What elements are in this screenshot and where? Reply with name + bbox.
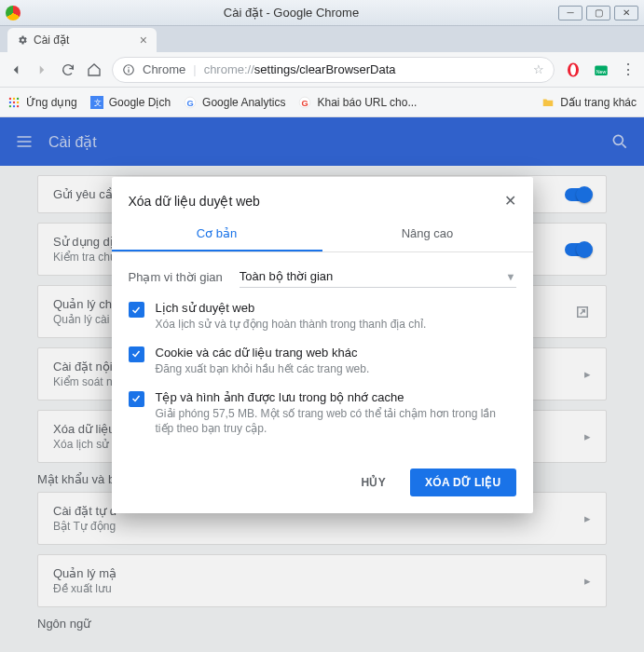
checkbox-checked[interactable] bbox=[129, 346, 144, 362]
time-range-value: Toàn bộ thời gian bbox=[240, 269, 334, 283]
checkbox-checked[interactable] bbox=[129, 391, 144, 407]
google-g-icon: G bbox=[184, 96, 197, 109]
tab-strip: Cài đặt × bbox=[0, 26, 644, 52]
omnibox-url: chrome://settings/clearBrowserData bbox=[204, 62, 396, 76]
apps-icon bbox=[7, 96, 21, 109]
other-bookmarks[interactable]: Dấu trang khác bbox=[541, 96, 637, 109]
svg-point-12 bbox=[17, 101, 19, 102]
close-window-button[interactable]: ✕ bbox=[614, 6, 638, 20]
menu-button[interactable]: ⋮ bbox=[620, 61, 637, 78]
apps-label: Ứng dụng bbox=[26, 96, 77, 109]
dialog-title: Xóa dữ liệu duyệt web bbox=[129, 194, 260, 209]
opera-extension-icon[interactable] bbox=[564, 61, 582, 79]
home-button[interactable] bbox=[86, 61, 103, 78]
svg-point-1 bbox=[128, 66, 129, 67]
star-icon[interactable]: ☆ bbox=[533, 62, 544, 76]
svg-point-4 bbox=[570, 64, 576, 75]
dialog-tabs: Cơ bản Nâng cao bbox=[112, 217, 533, 251]
close-tab-icon[interactable]: × bbox=[140, 33, 147, 48]
clear-data-button[interactable]: XÓA DỮ LIỆU bbox=[410, 469, 516, 496]
checkbox-checked[interactable] bbox=[129, 302, 144, 318]
reload-button[interactable] bbox=[60, 61, 76, 78]
maximize-button[interactable]: ▢ bbox=[586, 6, 610, 20]
option-row[interactable]: Cookie và các dữ liệu trang web khácĐăng… bbox=[129, 346, 516, 377]
time-range-select[interactable]: Toàn bộ thời gian ▼ bbox=[240, 265, 516, 288]
window-titlebar: Cài đặt - Google Chrome ─ ▢ ✕ bbox=[0, 0, 644, 26]
svg-text:G: G bbox=[302, 98, 308, 107]
svg-point-7 bbox=[9, 97, 11, 99]
chrome-icon bbox=[6, 6, 21, 20]
bookmark-item[interactable]: 文Google Dịch bbox=[90, 96, 171, 109]
apps-button[interactable]: Ứng dụng bbox=[7, 96, 77, 109]
bookmark-item[interactable]: GKhai báo URL cho... bbox=[298, 96, 417, 109]
gear-icon bbox=[17, 34, 28, 46]
option-row[interactable]: Tệp và hình ảnh được lưu trong bộ nhớ ca… bbox=[129, 390, 516, 438]
bookmarks-bar: Ứng dụng 文Google Dịch GGoogle Analytics … bbox=[0, 88, 644, 117]
clear-data-dialog: Xóa dữ liệu duyệt web ✕ Cơ bản Nâng cao … bbox=[112, 177, 533, 513]
svg-point-13 bbox=[9, 104, 11, 106]
svg-point-9 bbox=[17, 97, 19, 99]
svg-point-8 bbox=[13, 97, 15, 99]
tab-title: Cài đặt bbox=[34, 34, 69, 47]
svg-text:New: New bbox=[596, 68, 607, 74]
toolbar: Chrome | chrome://settings/clearBrowserD… bbox=[0, 52, 644, 88]
extension-icon[interactable]: New bbox=[592, 61, 610, 79]
tab-basic[interactable]: Cơ bản bbox=[112, 217, 322, 251]
site-info-icon bbox=[122, 63, 135, 76]
chevron-down-icon: ▼ bbox=[506, 271, 516, 282]
window-title: Cài đặt - Google Chrome bbox=[28, 6, 555, 20]
folder-icon bbox=[541, 96, 555, 109]
close-dialog-button[interactable]: ✕ bbox=[504, 192, 516, 210]
google-g-icon: G bbox=[298, 96, 311, 109]
bookmark-item[interactable]: GGoogle Analytics bbox=[184, 96, 285, 109]
svg-text:文: 文 bbox=[94, 98, 102, 106]
option-row[interactable]: Lịch sử duyệt webXóa lịch sử và tự động … bbox=[129, 301, 516, 333]
google-translate-icon: 文 bbox=[90, 96, 103, 109]
svg-point-10 bbox=[9, 101, 11, 102]
minimize-button[interactable]: ─ bbox=[558, 6, 582, 20]
time-range-label: Phạm vi thời gian bbox=[129, 270, 223, 284]
svg-point-11 bbox=[13, 101, 15, 102]
svg-point-15 bbox=[17, 104, 19, 106]
tab-settings[interactable]: Cài đặt × bbox=[7, 28, 157, 52]
omnibox-brand: Chrome bbox=[143, 62, 185, 76]
cancel-button[interactable]: HỦY bbox=[346, 469, 401, 496]
forward-button[interactable] bbox=[34, 61, 50, 78]
omnibox[interactable]: Chrome | chrome://settings/clearBrowserD… bbox=[112, 57, 555, 83]
back-button[interactable] bbox=[7, 61, 24, 78]
tab-advanced[interactable]: Nâng cao bbox=[322, 217, 533, 251]
svg-point-14 bbox=[13, 104, 15, 106]
svg-text:G: G bbox=[187, 98, 194, 107]
svg-rect-2 bbox=[128, 69, 129, 73]
